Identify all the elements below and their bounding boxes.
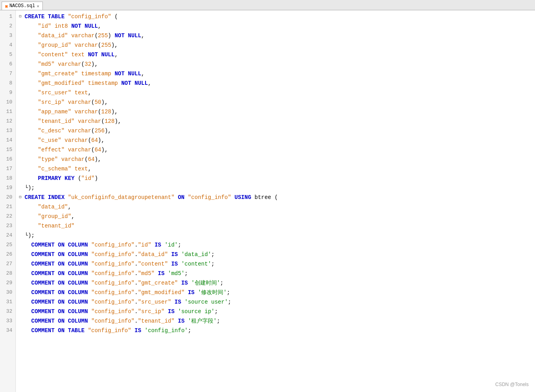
- token-str: "config_info": [91, 288, 134, 297]
- token-plain: [75, 117, 78, 126]
- token-plain: [71, 88, 75, 98]
- token-val: 'data_id': [181, 250, 211, 259]
- token-plain: [68, 31, 71, 40]
- token-plain: (: [81, 59, 84, 69]
- token-kw: IS: [171, 259, 178, 269]
- token-str: "group_id": [38, 212, 71, 221]
- code-line: COMMENT ON COLUMN "config_info"."md5" IS…: [19, 269, 535, 278]
- code-line: COMMENT ON COLUMN "config_info"."src_use…: [19, 297, 535, 307]
- code-line: "group_id",: [19, 212, 535, 221]
- code-line: "data_id" varchar(255) NOT NULL,: [19, 31, 535, 40]
- token-plain: [25, 288, 31, 297]
- token-plain: [58, 155, 61, 164]
- token-plain: [71, 164, 75, 174]
- code-line: "md5" varchar(32),: [19, 59, 535, 69]
- token-type: varchar: [68, 126, 91, 136]
- code-line: └);: [19, 183, 535, 193]
- token-comment-kw: COMMENT ON COLUMN: [31, 316, 91, 326]
- line-number: 6: [3, 59, 12, 69]
- token-plain: [71, 107, 75, 117]
- token-num: 64: [91, 136, 98, 145]
- token-plain: ;: [217, 316, 220, 326]
- token-kw: NOT NULL: [88, 50, 115, 59]
- code-line: "effect" varchar(64),: [19, 145, 535, 155]
- token-plain: ),: [101, 145, 108, 155]
- token-plain: ,: [88, 88, 91, 98]
- token-str: "data_id": [38, 202, 68, 212]
- token-plain: ;: [188, 326, 191, 335]
- line-number: 15: [3, 145, 12, 155]
- token-plain: [25, 126, 38, 136]
- line-number: 22: [3, 212, 12, 221]
- token-plain: [178, 259, 181, 269]
- sql-tab[interactable]: ▣ NACOS.sql ✕: [2, 2, 43, 10]
- token-plain: .: [134, 240, 138, 250]
- token-plain: (: [91, 126, 94, 136]
- line-number: 31: [3, 297, 12, 307]
- token-kw: IS: [168, 307, 174, 316]
- token-plain: [84, 78, 88, 88]
- token-plain: ),: [115, 117, 121, 126]
- code-area: 1234567891011121314151617181920212223242…: [0, 10, 535, 392]
- token-plain: .: [134, 250, 138, 259]
- token-comment-kw: COMMENT ON TABLE: [31, 326, 88, 335]
- token-kw: IS: [155, 240, 161, 250]
- token-num: 128: [101, 107, 111, 117]
- code-line: "src_user" text,: [19, 88, 535, 98]
- token-num: 128: [105, 117, 115, 126]
- line-number: 20: [3, 193, 12, 202]
- token-plain: .: [134, 259, 138, 269]
- token-plain: ,: [98, 21, 101, 31]
- token-plain: [25, 164, 38, 174]
- token-num: 64: [88, 155, 95, 164]
- token-str: "tenant_id": [138, 316, 174, 326]
- token-val: '修改时间': [198, 288, 227, 297]
- token-kw: NOT NULL: [71, 21, 98, 31]
- token-plain: (: [84, 155, 88, 164]
- code-line: "tenant_id" varchar(128),: [19, 117, 535, 126]
- code-line: COMMENT ON COLUMN "config_info"."content…: [19, 259, 535, 269]
- token-plain: [168, 259, 171, 269]
- token-str: "src_ip": [138, 307, 165, 316]
- token-str: "c_use": [38, 136, 61, 145]
- token-plain: [25, 145, 38, 155]
- line-number: 10: [3, 98, 12, 107]
- token-str: "config_info": [91, 259, 134, 269]
- code-content: ⊟CREATE TABLE "config_info" ( "id" int8 …: [16, 10, 535, 392]
- token-plain: (: [78, 174, 81, 183]
- code-line: "tenant_id": [19, 221, 535, 231]
- token-kw: NOT NULL: [115, 69, 141, 78]
- token-str: "config_info": [91, 240, 134, 250]
- token-num: 255: [98, 31, 108, 40]
- code-line: "c_use" varchar(64),: [19, 136, 535, 145]
- line-number: 33: [3, 316, 12, 326]
- token-plain: [174, 307, 178, 316]
- token-plain: [195, 288, 198, 297]
- token-plain: [25, 59, 38, 69]
- token-plain: [231, 193, 234, 202]
- token-plain: [25, 136, 38, 145]
- token-plain: [188, 278, 191, 288]
- token-str: "content": [138, 259, 168, 269]
- token-comment-kw: COMMENT ON COLUMN: [31, 278, 91, 288]
- token-plain: ;: [211, 259, 215, 269]
- code-line: "content" text NOT NULL,: [19, 50, 535, 59]
- token-type: varchar: [58, 59, 81, 69]
- token-plain: [25, 240, 31, 250]
- token-plain: .: [134, 316, 138, 326]
- token-str: "config_info": [91, 307, 134, 316]
- fold-minus-icon[interactable]: ⊟: [19, 193, 24, 202]
- token-num: 50: [94, 98, 101, 107]
- fold-minus-icon[interactable]: ⊟: [19, 12, 24, 21]
- code-line: COMMENT ON COLUMN "config_info"."data_id…: [19, 250, 535, 259]
- code-line: ⊟CREATE INDEX "uk_configinfo_datagroupet…: [19, 193, 535, 202]
- token-kw: NOT NULL: [115, 31, 141, 40]
- token-plain: (: [88, 136, 91, 145]
- token-str: "src_user": [38, 88, 71, 98]
- token-plain: ,: [115, 50, 118, 59]
- token-comment-kw: COMMENT ON COLUMN: [31, 307, 91, 316]
- token-str: "tenant_id": [38, 117, 75, 126]
- tab-close-button[interactable]: ✕: [36, 4, 39, 9]
- code-line: "gmt_modified" timestamp NOT NULL,: [19, 78, 535, 88]
- token-type: int8: [55, 21, 68, 31]
